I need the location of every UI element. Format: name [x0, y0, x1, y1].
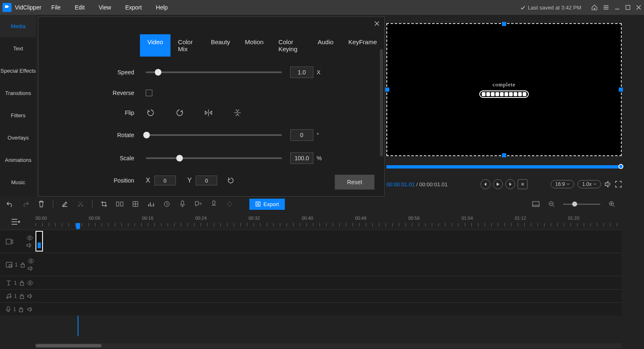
hist-icon[interactable] [147, 200, 155, 208]
selection-handle-top[interactable] [502, 22, 506, 26]
track-mute-icon[interactable] [27, 294, 33, 299]
track-lock-icon[interactable] [19, 306, 24, 312]
volume-icon[interactable] [604, 181, 612, 188]
scale-slider-thumb[interactable] [176, 155, 183, 161]
export-button[interactable]: Export [249, 199, 285, 210]
sidebar-item-special-effects[interactable]: Special Effects [0, 59, 36, 82]
timeline-clip[interactable] [36, 231, 43, 252]
fullscreen-icon[interactable] [615, 181, 622, 188]
tab-audio[interactable]: Audio [310, 34, 341, 57]
delete-icon[interactable] [37, 200, 45, 208]
keyframe-add-icon[interactable] [225, 200, 234, 208]
speed-value[interactable] [290, 66, 313, 78]
sidebar-item-media[interactable]: Media [0, 15, 36, 37]
track-music-icon[interactable] [6, 293, 12, 299]
selection-handle-left[interactable] [385, 88, 389, 92]
track-mute-icon[interactable] [28, 266, 34, 271]
duration-icon[interactable] [163, 200, 171, 208]
aspect-ratio-selector[interactable]: 16:9 [551, 180, 574, 188]
rotate-cw-icon[interactable] [175, 108, 185, 118]
edit-clip-icon[interactable] [61, 200, 69, 208]
track-visibility-icon[interactable] [27, 280, 33, 285]
speech-to-text-icon[interactable] [210, 200, 218, 208]
text-to-speech-icon[interactable] [194, 200, 202, 208]
track-visibility-icon[interactable] [28, 259, 34, 264]
split-icon[interactable] [116, 200, 124, 208]
flip-horizontal-icon[interactable] [204, 108, 213, 118]
crop-icon[interactable] [100, 200, 108, 208]
home-icon[interactable] [591, 4, 598, 11]
track-video-icon[interactable] [6, 239, 13, 245]
timeline-ruler[interactable]: 00:00 00:08 00:16 00:24 00:32 00:40 00:4… [36, 216, 622, 227]
scale-value[interactable] [290, 152, 313, 164]
prev-frame-button[interactable] [481, 179, 490, 189]
panel-close-button[interactable] [372, 19, 382, 28]
stop-button[interactable] [518, 179, 528, 189]
track-visibility-icon[interactable] [26, 235, 33, 240]
zoom-slider-thumb[interactable] [572, 202, 577, 207]
rotate-ccw-icon[interactable] [146, 108, 156, 118]
sidebar-item-animations[interactable]: Animations [0, 149, 36, 171]
selection-handle-bottom[interactable] [502, 153, 506, 157]
tab-beauty[interactable]: Beauty [204, 34, 238, 57]
redo-icon[interactable] [21, 200, 30, 208]
preview-canvas[interactable]: complete [386, 23, 622, 156]
menu-help[interactable]: Help [156, 4, 168, 11]
menu-file[interactable]: File [51, 4, 61, 11]
tab-color-mix[interactable]: Color Mix [170, 34, 204, 57]
tab-keyframe[interactable]: KeyFrame [341, 34, 384, 57]
voiceover-icon[interactable] [178, 200, 187, 208]
zoom-in-icon[interactable] [608, 200, 616, 208]
rotate-slider[interactable] [146, 134, 282, 136]
playback-rate-selector[interactable]: 1.0x [578, 180, 601, 188]
window-close[interactable] [636, 5, 642, 10]
track-mute-icon[interactable] [27, 307, 33, 312]
next-frame-button[interactable] [505, 179, 515, 189]
speed-slider[interactable] [146, 71, 282, 73]
track-mute-icon[interactable] [26, 243, 33, 248]
timeline-h-scrollbar[interactable] [36, 343, 622, 348]
position-y-value[interactable] [196, 176, 217, 185]
rotate-value[interactable] [290, 129, 313, 141]
speed-slider-thumb[interactable] [155, 69, 161, 76]
play-button[interactable] [493, 179, 503, 189]
track-lock-icon[interactable] [19, 293, 24, 299]
sidebar-item-text[interactable]: Text [0, 37, 36, 59]
sidebar-item-filters[interactable]: Filters [0, 104, 36, 126]
zoom-slider[interactable] [563, 204, 600, 205]
playhead[interactable] [76, 223, 80, 229]
selection-handle-right[interactable] [619, 88, 623, 92]
mosaic-icon[interactable] [131, 200, 140, 208]
reset-button[interactable]: Reset [335, 175, 374, 190]
zoom-out-icon[interactable] [547, 200, 556, 208]
flip-vertical-icon[interactable] [232, 108, 242, 118]
scale-slider[interactable] [146, 157, 282, 159]
menu-edit[interactable]: Edit [75, 4, 85, 11]
track-lock-icon[interactable] [19, 280, 24, 286]
track-options-icon[interactable] [4, 217, 27, 226]
track-mic-icon[interactable] [6, 306, 11, 313]
preview-scrubber-thumb[interactable] [618, 164, 623, 169]
track-pip-icon[interactable] [6, 262, 12, 268]
menu-export[interactable]: Export [125, 4, 142, 11]
track-text-icon[interactable] [6, 280, 12, 286]
undo-icon[interactable] [6, 200, 14, 208]
position-x-value[interactable] [154, 176, 176, 185]
cut-icon[interactable] [76, 200, 85, 208]
sidebar-item-transitions[interactable]: Transitions [0, 82, 36, 104]
sidebar-item-music[interactable]: Music [0, 171, 36, 193]
sidebar-item-overlays[interactable]: Overlays [0, 126, 36, 149]
track-lock-icon[interactable] [20, 262, 25, 268]
preview-scrubber[interactable] [386, 165, 622, 169]
timeline-h-scrollbar-thumb[interactable] [36, 344, 102, 347]
reverse-checkbox[interactable] [146, 90, 152, 96]
tab-color-keying[interactable]: Color Keying [271, 34, 310, 57]
menu-view[interactable]: View [99, 4, 111, 11]
window-maximize[interactable] [625, 5, 631, 10]
tab-motion[interactable]: Motion [237, 34, 271, 57]
window-minimize[interactable] [614, 5, 620, 10]
fit-timeline-icon[interactable] [532, 200, 540, 208]
rotate-slider-thumb[interactable] [143, 132, 150, 138]
position-reset-icon[interactable] [227, 177, 234, 184]
tab-video[interactable]: Video [140, 34, 170, 57]
